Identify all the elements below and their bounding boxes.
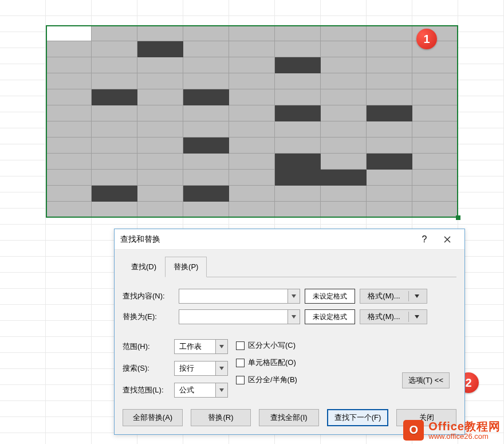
cell[interactable] [46,401,92,417]
cell[interactable] [0,321,46,337]
tab-find[interactable]: 查找(D) [123,257,165,277]
cell[interactable] [46,305,92,321]
cell[interactable] [0,48,46,64]
cell[interactable] [183,0,229,16]
cell[interactable] [458,16,504,32]
cell[interactable] [458,289,504,305]
cell[interactable] [46,273,92,289]
cell[interactable] [0,273,46,289]
cell[interactable] [458,128,504,144]
cell[interactable] [0,112,46,128]
cell[interactable] [46,337,92,353]
cell[interactable] [0,80,46,96]
cell[interactable] [458,0,504,16]
fill-handle[interactable] [456,215,460,220]
cell[interactable] [0,16,46,32]
cell[interactable] [46,353,92,369]
cell[interactable] [458,64,504,80]
cell[interactable] [0,144,46,160]
chevron-down-icon[interactable] [288,309,300,324]
chevron-down-icon[interactable] [288,289,300,304]
cell[interactable] [0,433,46,444]
replace-format-button[interactable]: 格式(M)... [360,309,427,324]
cell[interactable] [0,176,46,192]
cell[interactable] [458,32,504,48]
cell[interactable] [458,225,504,241]
cell[interactable] [458,176,504,192]
cell[interactable] [0,96,46,112]
cell[interactable] [46,257,92,273]
help-button[interactable]: ? [413,231,436,247]
search-select[interactable]: 按行 [174,361,228,376]
options-toggle-button[interactable]: 选项(T) << [402,372,450,388]
cell[interactable] [458,48,504,64]
cell[interactable] [0,289,46,305]
match-case-checkbox[interactable]: 区分大小写(C) [236,340,297,351]
cell[interactable] [0,417,46,433]
cell[interactable] [0,128,46,144]
replace-button[interactable]: 替换(R) [191,409,251,426]
cell[interactable] [0,64,46,80]
cell[interactable] [0,305,46,321]
cell[interactable] [458,241,504,257]
cell[interactable] [46,289,92,305]
cell[interactable] [458,80,504,96]
find-all-button[interactable]: 查找全部(I) [259,409,319,426]
cell[interactable] [0,32,46,48]
cell[interactable] [458,401,504,417]
cell[interactable] [0,0,46,16]
cell[interactable] [0,241,46,257]
cell[interactable] [458,160,504,176]
cell[interactable] [46,241,92,257]
find-input[interactable] [179,289,288,304]
tab-replace[interactable]: 替换(P) [165,257,207,277]
cell[interactable] [0,225,46,241]
cell[interactable] [46,417,92,433]
cell[interactable] [0,257,46,273]
cell[interactable] [137,0,183,16]
cell[interactable] [46,225,92,241]
cell[interactable] [92,0,137,16]
cell[interactable] [0,160,46,176]
cell[interactable] [458,144,504,160]
cell[interactable] [0,369,46,385]
cell[interactable] [458,257,504,273]
cell[interactable] [0,209,46,225]
find-next-button[interactable]: 查找下一个(F) [327,409,388,426]
cell[interactable] [458,273,504,289]
cell[interactable] [458,96,504,112]
cell[interactable] [229,0,275,16]
chevron-down-icon[interactable] [215,383,228,398]
cell[interactable] [0,192,46,209]
cell[interactable] [458,353,504,369]
cell[interactable] [458,321,504,337]
cell[interactable] [0,401,46,417]
chevron-down-icon[interactable] [215,339,228,354]
cell[interactable] [46,433,92,444]
cell[interactable] [275,0,321,16]
cell[interactable] [46,321,92,337]
scope-select[interactable]: 工作表 [174,339,228,354]
cell[interactable] [458,192,504,209]
find-format-button[interactable]: 格式(M)... [360,289,427,304]
cell[interactable] [458,305,504,321]
cell[interactable] [412,0,458,16]
cell[interactable] [46,385,92,401]
cell[interactable] [458,209,504,225]
cell[interactable] [0,353,46,369]
match-whole-checkbox[interactable]: 单元格匹配(O) [236,357,297,368]
cell[interactable] [321,0,367,16]
match-width-checkbox[interactable]: 区分全/半角(B) [236,375,297,385]
close-icon[interactable] [436,231,459,247]
lookin-select[interactable]: 公式 [174,383,228,398]
dialog-titlebar[interactable]: 查找和替换 ? [115,229,464,250]
replace-all-button[interactable]: 全部替换(A) [123,409,183,426]
cell[interactable] [458,337,504,353]
cell[interactable] [0,337,46,353]
cell[interactable] [46,369,92,385]
cell[interactable] [46,0,92,16]
cell[interactable] [458,112,504,128]
cell[interactable] [367,0,412,16]
replace-input[interactable] [179,309,288,324]
chevron-down-icon[interactable] [215,361,228,376]
